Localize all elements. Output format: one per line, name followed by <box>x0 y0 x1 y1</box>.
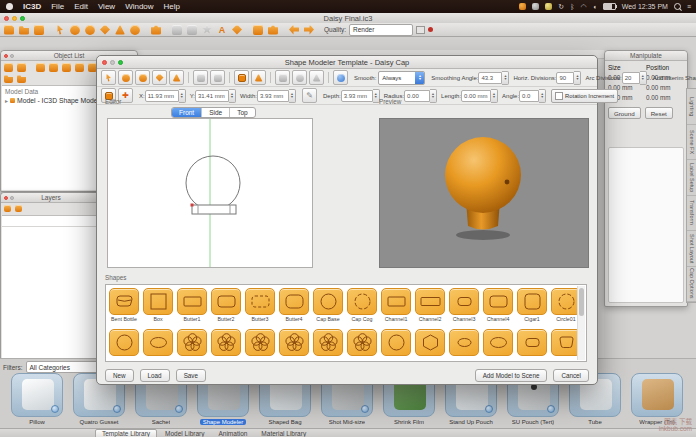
mirror-v-icon[interactable] <box>210 70 225 85</box>
shape-tile[interactable] <box>415 329 445 356</box>
expand-icon[interactable] <box>17 63 26 72</box>
field-y[interactable]: 31.41 mm <box>195 90 229 102</box>
side-tab-transform[interactable]: Transform <box>687 196 696 232</box>
menu-item-help[interactable]: Help <box>164 2 180 11</box>
stepper-arc-divisions[interactable]: ▲▼ <box>640 71 647 85</box>
rotate-icon[interactable] <box>130 25 140 35</box>
tab-template-library[interactable]: Template Library <box>95 429 157 437</box>
eyedropper-icon[interactable] <box>251 70 266 85</box>
position-value[interactable]: 0.00 mm <box>646 84 684 91</box>
open-folder-icon[interactable] <box>19 25 29 35</box>
clock-status-icon[interactable]: ↻ <box>558 3 564 11</box>
show-hide-icon[interactable] <box>4 63 13 72</box>
shape-tile[interactable] <box>177 329 207 356</box>
group-objects-icon[interactable] <box>75 63 84 72</box>
redo-icon[interactable] <box>304 25 314 35</box>
mirror-h-icon[interactable] <box>193 70 208 85</box>
rotation-increment-checkbox[interactable] <box>555 92 563 100</box>
shape-tile-butter3[interactable]: Butter3 <box>245 288 275 322</box>
load-button[interactable]: Load <box>140 369 170 382</box>
orbit-icon[interactable] <box>85 25 95 35</box>
tab-material-library[interactable]: Material Library <box>255 430 312 437</box>
shape-tile[interactable] <box>143 329 173 356</box>
spotlight-icon[interactable] <box>674 3 681 10</box>
shape-tile[interactable] <box>381 329 411 356</box>
stepper-horiz-divisions[interactable]: ▲▼ <box>574 71 581 85</box>
record-indicator-icon[interactable] <box>428 27 433 32</box>
shape-tile[interactable] <box>483 329 513 356</box>
layers-title-bar[interactable]: Layers <box>1 193 101 203</box>
scrollbar-thumb[interactable] <box>579 288 584 316</box>
handle-point[interactable] <box>191 204 194 207</box>
import-folder-icon[interactable] <box>4 74 13 83</box>
ground-button[interactable]: Ground <box>608 107 641 119</box>
node-edit-icon[interactable] <box>152 70 167 85</box>
stepper-smoothing-angle[interactable]: ▲▼ <box>502 71 509 85</box>
delete-icon[interactable] <box>62 63 71 72</box>
new-button[interactable]: New <box>105 369 134 382</box>
field-arc-divisions[interactable]: 20 <box>622 72 640 84</box>
shape-tile-channel3[interactable]: Channel3 <box>449 288 479 322</box>
stepper-angle[interactable]: ▲▼ <box>539 89 546 103</box>
menu-item-window[interactable]: Window <box>125 2 153 11</box>
shape-tile[interactable] <box>313 329 343 356</box>
add-model-icon[interactable] <box>36 63 45 72</box>
notification-center-icon[interactable]: ≡ <box>687 3 691 10</box>
editor-canvas[interactable] <box>107 118 313 268</box>
field-depth[interactable]: 3.93 mm <box>341 90 373 102</box>
battery-icon[interactable] <box>603 3 616 10</box>
duplicate-icon[interactable] <box>49 63 58 72</box>
field-angle[interactable]: 0.0 <box>519 90 539 102</box>
bluetooth-icon[interactable]: ᛒ <box>570 3 574 10</box>
wifi-icon[interactable]: ◠ <box>580 3 586 11</box>
save-button[interactable]: Save <box>176 369 206 382</box>
template-thumbnail[interactable] <box>631 373 683 417</box>
align-text-icon[interactable]: A <box>217 25 227 35</box>
tab-animation[interactable]: Animation <box>212 430 253 437</box>
shapes-scrollbar[interactable] <box>577 286 585 360</box>
field-horiz-divisions[interactable]: 90 <box>556 72 574 84</box>
menu-item-edit[interactable]: Edit <box>74 2 88 11</box>
side-tab-shot-layout[interactable]: Shot Layout <box>687 231 696 267</box>
move-icon[interactable] <box>100 25 110 35</box>
stepper-x[interactable]: ▲▼ <box>179 89 186 103</box>
menu-extra-app-icon-2[interactable] <box>532 3 539 10</box>
export-folder-icon[interactable] <box>17 74 26 83</box>
shape-tile-channel1[interactable]: Channel1 <box>381 288 411 322</box>
preview-canvas[interactable] <box>379 118 589 268</box>
zoom-region-icon[interactable] <box>135 70 150 85</box>
position-value[interactable]: 0.00 mm <box>646 94 684 101</box>
manipulate-title-bar[interactable]: Manipulate <box>605 51 687 61</box>
dialog-title-bar[interactable]: Shape Modeler Template - Daisy Cap <box>97 56 597 69</box>
edit-depth-button[interactable]: ✎ <box>302 88 317 103</box>
quality-dropdown[interactable]: Render <box>349 24 413 36</box>
zoom-icon[interactable] <box>70 25 80 35</box>
select-arrow-icon[interactable] <box>101 70 116 85</box>
shape-tile-bent-bottle[interactable]: Bent Bottle <box>109 288 139 322</box>
shape-tile-butter4[interactable]: Butter4 <box>279 288 309 322</box>
shape-tile-butter2[interactable]: Butter2 <box>211 288 241 322</box>
shape-tile[interactable] <box>211 329 241 356</box>
tab-model-library[interactable]: Model Library <box>159 430 210 437</box>
template-thumbnail[interactable] <box>11 373 63 417</box>
menu-extra-app-icon-1[interactable] <box>519 3 526 10</box>
window-list-icon[interactable] <box>416 26 425 34</box>
mirror-icon[interactable] <box>172 25 182 35</box>
field-length[interactable]: 0.00 mm <box>461 90 491 102</box>
shape-tile-channel4[interactable]: Channel4 <box>483 288 513 322</box>
field-radius[interactable]: 0.00 <box>404 90 430 102</box>
stepper-y[interactable]: ▲▼ <box>229 89 236 103</box>
zoom-icon[interactable] <box>118 70 133 85</box>
shape-tile[interactable] <box>347 329 377 356</box>
field-width[interactable]: 3.93 mm <box>257 90 289 102</box>
field-smoothing-angle[interactable]: 43.3 <box>478 72 502 84</box>
editor-tab-top[interactable]: Top <box>230 108 254 117</box>
delete-layer-icon[interactable] <box>15 205 22 212</box>
shape-library-box[interactable]: Bent BottleBoxButter1Butter2Butter3Butte… <box>105 284 587 362</box>
rotation-increment-button[interactable]: Rotation Increment <box>551 89 618 103</box>
shape-tile-butter1[interactable]: Butter1 <box>177 288 207 322</box>
shape-tile-cigar1[interactable]: Cigar1 <box>517 288 547 322</box>
menu-item-ic3d[interactable]: IC3D <box>23 2 41 11</box>
new-document-icon[interactable] <box>4 25 14 35</box>
menu-clock[interactable]: Wed 12:35 PM <box>622 3 668 10</box>
